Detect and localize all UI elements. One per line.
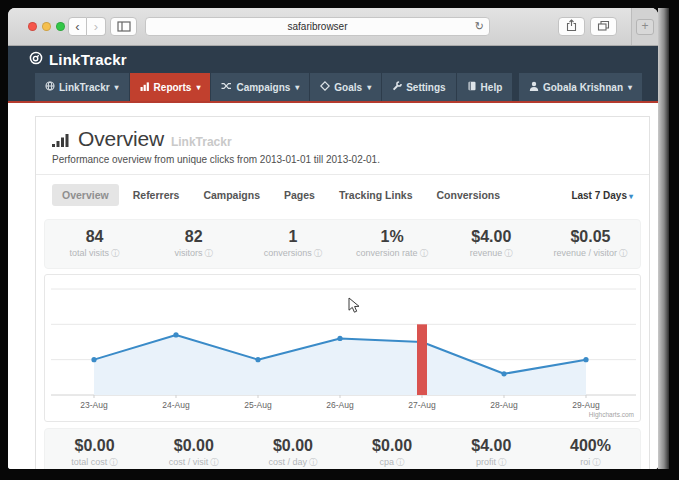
tab-bar-edge: + xyxy=(631,8,658,45)
stat-value: $0.00 xyxy=(243,437,342,455)
stat-label: total cost xyxy=(71,457,107,467)
chart-credits: Highcharts.com xyxy=(589,411,634,418)
url-text: safaribrowser xyxy=(287,21,347,32)
chevron-down-icon: ▾ xyxy=(295,83,299,92)
svg-text:25-Aug: 25-Aug xyxy=(244,400,272,410)
close-window-button[interactable] xyxy=(28,22,37,31)
nav-label: Help xyxy=(481,82,503,93)
chart-plot-area: 23-Aug24-Aug25-Aug26-Aug27-Aug28-Aug29-A… xyxy=(45,275,641,421)
user-menu[interactable]: Gobala Krishnan ▾ xyxy=(519,73,642,101)
stat-label: visitors xyxy=(175,248,203,258)
stat-label: revenue xyxy=(470,248,503,258)
new-tab-button[interactable]: + xyxy=(636,19,654,35)
chevron-down-icon: ▾ xyxy=(629,192,633,201)
forward-button[interactable]: › xyxy=(87,17,106,36)
nav-label: Settings xyxy=(406,82,445,93)
stat-label: conversion rate xyxy=(356,248,418,258)
svg-text:28-Aug: 28-Aug xyxy=(490,400,518,410)
refresh-icon[interactable]: ↻ xyxy=(475,18,484,35)
info-icon[interactable]: ⓘ xyxy=(210,457,219,467)
stat-label: profit xyxy=(476,457,496,467)
stat-cost-visit: $0.00 cost / visitⓘ xyxy=(144,437,243,469)
globe-icon xyxy=(45,81,55,93)
nav-item-goals[interactable]: Goals ▾ xyxy=(310,73,381,101)
info-icon[interactable]: ⓘ xyxy=(314,248,323,258)
visits-chart[interactable]: 23-Aug24-Aug25-Aug26-Aug27-Aug28-Aug29-A… xyxy=(44,274,641,422)
stat-cpa: $0.00 cpaⓘ xyxy=(343,437,442,469)
stat-label: total visits xyxy=(70,248,110,258)
tab-pages[interactable]: Pages xyxy=(274,184,325,206)
info-icon[interactable]: ⓘ xyxy=(504,248,513,258)
window-edge-shadow xyxy=(658,8,669,469)
stat-label: cost / day xyxy=(268,457,307,467)
signal-bars-icon xyxy=(52,133,71,151)
stat-value: $4.00 xyxy=(442,228,541,246)
chevron-down-icon: ▾ xyxy=(115,83,119,92)
info-icon[interactable]: ⓘ xyxy=(619,248,628,258)
page-content: Overview LinkTrackr Performance overview… xyxy=(8,103,658,469)
shuffle-icon xyxy=(221,81,232,93)
svg-text:29-Aug: 29-Aug xyxy=(572,400,600,410)
browser-window: ‹ › safaribrowser ↻ + xyxy=(8,8,658,469)
stat-total-cost: $0.00 total costⓘ xyxy=(45,437,144,469)
tab-referrers[interactable]: Referrers xyxy=(123,184,190,206)
nav-item-help[interactable]: Help xyxy=(457,73,513,101)
date-range-dropdown[interactable]: Last 7 Days▾ xyxy=(571,190,633,201)
address-bar[interactable]: safaribrowser ↻ xyxy=(145,17,490,36)
svg-text:24-Aug: 24-Aug xyxy=(162,400,190,410)
back-button[interactable]: ‹ xyxy=(68,17,87,36)
minimize-window-button[interactable] xyxy=(42,22,51,31)
page-title-suffix: LinkTrackr xyxy=(171,135,232,149)
stat-value: 400% xyxy=(541,437,640,455)
nav-item-linktrackr[interactable]: LinkTrackr ▾ xyxy=(35,73,129,101)
info-icon[interactable]: ⓘ xyxy=(205,248,214,258)
info-icon[interactable]: ⓘ xyxy=(396,457,405,467)
chevron-down-icon: ▾ xyxy=(628,83,632,92)
stat-profit: $4.00 profitⓘ xyxy=(442,437,541,469)
tab-tracking-links[interactable]: Tracking Links xyxy=(329,184,423,206)
nav-label: LinkTrackr xyxy=(59,82,110,93)
info-icon[interactable]: ⓘ xyxy=(498,457,507,467)
share-icon xyxy=(566,18,577,36)
stat-value: 84 xyxy=(45,228,144,246)
tabs-overview-icon xyxy=(597,18,610,36)
stats-row-bottom: $0.00 total costⓘ $0.00 cost / visitⓘ $0… xyxy=(44,428,641,469)
stat-label: roi xyxy=(580,457,590,467)
info-icon[interactable]: ⓘ xyxy=(592,457,601,467)
info-icon[interactable]: ⓘ xyxy=(111,248,120,258)
app-header: LinkTrackr xyxy=(8,46,658,73)
stat-value: $4.00 xyxy=(442,437,541,455)
main-nav: LinkTrackr ▾ Reports ▾ Campaigns ▾ Goals… xyxy=(8,73,658,103)
stat-label: revenue / visitor xyxy=(553,248,617,258)
stat-label: cost / visit xyxy=(169,457,209,467)
page-title: Overview xyxy=(78,127,164,151)
sidebar-toggle-button[interactable] xyxy=(110,17,137,36)
info-icon[interactable]: ⓘ xyxy=(420,248,429,258)
nav-label: Reports xyxy=(154,82,192,93)
share-button[interactable] xyxy=(558,17,585,36)
mouse-cursor xyxy=(348,297,360,318)
nav-item-campaigns[interactable]: Campaigns ▾ xyxy=(211,73,309,101)
history-buttons: ‹ › xyxy=(68,17,106,36)
stat-total-visits: 84 total visitsⓘ xyxy=(45,228,144,260)
svg-text:27-Aug: 27-Aug xyxy=(408,400,436,410)
nav-item-reports[interactable]: Reports ▾ xyxy=(130,73,211,101)
sidebar-icon xyxy=(117,18,131,36)
info-icon[interactable]: ⓘ xyxy=(309,457,318,467)
stat-revenue: $4.00 revenueⓘ xyxy=(442,228,541,260)
nav-label: Campaigns xyxy=(236,82,290,93)
brand-name: LinkTrackr xyxy=(49,51,127,68)
stat-value: $0.05 xyxy=(541,228,640,246)
stat-conversion-rate: 1% conversion rateⓘ xyxy=(343,228,442,260)
tab-overview[interactable]: Overview xyxy=(52,184,119,206)
tab-campaigns[interactable]: Campaigns xyxy=(193,184,270,206)
stat-roi: 400% roiⓘ xyxy=(541,437,640,469)
page-subtitle: Performance overview from unique clicks … xyxy=(52,154,633,165)
nav-item-settings[interactable]: Settings xyxy=(382,73,455,101)
overview-panel: Overview LinkTrackr Performance overview… xyxy=(35,116,650,469)
tab-conversions[interactable]: Conversions xyxy=(426,184,510,206)
nav-label: Goals xyxy=(334,82,362,93)
info-icon[interactable]: ⓘ xyxy=(109,457,118,467)
zoom-window-button[interactable] xyxy=(56,22,65,31)
show-tabs-button[interactable] xyxy=(590,17,617,36)
